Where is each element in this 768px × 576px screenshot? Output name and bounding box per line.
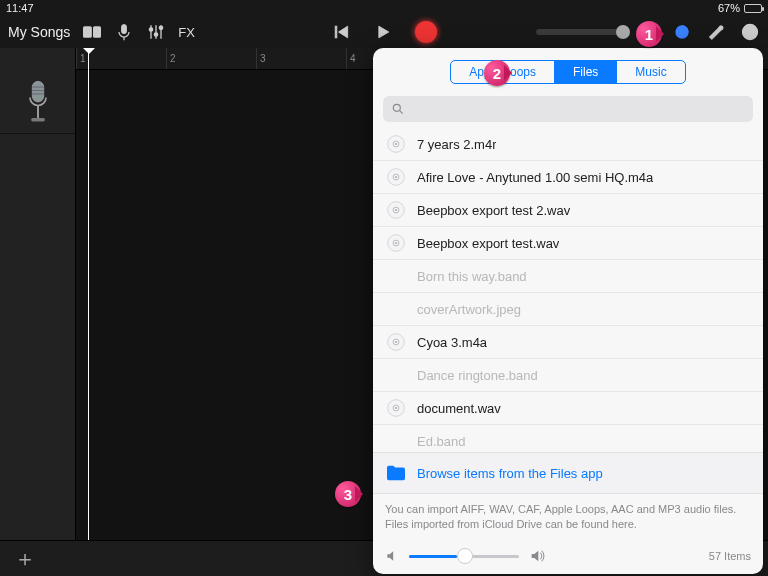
- audio-file-icon: [385, 133, 407, 155]
- svg-rect-2: [122, 25, 127, 34]
- loop-browser-icon[interactable]: [672, 22, 692, 42]
- studio-mic-icon: [24, 79, 52, 125]
- file-name: Born this way.band: [417, 269, 527, 284]
- status-bar: 11:47 67%: [0, 0, 768, 16]
- fx-button[interactable]: FX: [178, 25, 195, 40]
- track-headers: [0, 48, 76, 540]
- svg-rect-0: [84, 27, 92, 37]
- item-count: 57 Items: [709, 550, 751, 562]
- file-row: Dance ringtone.band: [373, 359, 763, 392]
- file-row[interactable]: Afire Love - Anytuned 1.00 semi HQ.m4a: [373, 161, 763, 194]
- search-icon: [391, 102, 405, 116]
- band-file-icon: [385, 430, 407, 452]
- tab-music[interactable]: Music: [617, 61, 684, 83]
- browser-view-icon[interactable]: [82, 22, 102, 42]
- tab-files[interactable]: Files: [555, 61, 617, 83]
- popover-footer: 57 Items: [373, 542, 763, 574]
- file-name: Cyoa 3.m4a: [417, 335, 487, 350]
- audio-file-icon: [385, 232, 407, 254]
- svg-rect-16: [32, 81, 44, 102]
- file-name: document.wav: [417, 401, 501, 416]
- file-name: coverArtwork.jpeg: [417, 302, 521, 317]
- annotation-2: 2: [484, 60, 510, 86]
- clock: 11:47: [6, 2, 34, 14]
- file-name: Dance ringtone.band: [417, 368, 538, 383]
- svg-point-38: [395, 341, 397, 343]
- search-input[interactable]: [383, 96, 753, 122]
- svg-point-29: [395, 176, 397, 178]
- band-file-icon: [385, 265, 407, 287]
- annotation-1: 1: [636, 21, 662, 47]
- file-name: Beepbox export test 2.wav: [417, 203, 570, 218]
- file-row: Ed.band: [373, 425, 763, 452]
- battery-text: 67%: [718, 2, 740, 14]
- file-row[interactable]: 7 years 2.m4r: [373, 128, 763, 161]
- svg-line-23: [399, 110, 402, 113]
- file-name: Afire Love - Anytuned 1.00 semi HQ.m4a: [417, 170, 653, 185]
- file-name: Ed.band: [417, 434, 465, 449]
- file-name: Beepbox export test.wav: [417, 236, 559, 251]
- file-row: coverArtwork.jpeg: [373, 293, 763, 326]
- preview-volume-slider[interactable]: [409, 555, 519, 558]
- annotation-3: 3: [335, 481, 361, 507]
- svg-point-9: [160, 26, 163, 29]
- ruler-mark: 2: [166, 48, 256, 69]
- settings-icon[interactable]: [706, 22, 726, 42]
- svg-rect-1: [94, 27, 101, 37]
- mixer-icon[interactable]: [146, 22, 166, 42]
- svg-point-7: [150, 28, 153, 31]
- audio-file-icon: [385, 397, 407, 419]
- master-volume-slider[interactable]: [536, 29, 624, 35]
- svg-point-35: [395, 242, 397, 244]
- file-list[interactable]: 7 years 2.m4rAfire Love - Anytuned 1.00 …: [373, 128, 763, 452]
- file-name: 7 years 2.m4r: [417, 137, 496, 152]
- folder-icon: [385, 464, 407, 482]
- svg-point-26: [395, 143, 397, 145]
- battery-icon: [744, 4, 762, 13]
- svg-point-15: [749, 36, 750, 37]
- audio-file-icon: [385, 166, 407, 188]
- audio-file-icon: [385, 331, 407, 353]
- file-row[interactable]: Beepbox export test.wav: [373, 227, 763, 260]
- file-row[interactable]: Beepbox export test 2.wav: [373, 194, 763, 227]
- svg-point-8: [155, 33, 158, 36]
- record-button[interactable]: [415, 21, 437, 43]
- svg-point-41: [395, 407, 397, 409]
- playhead[interactable]: [88, 48, 89, 540]
- go-to-start-icon[interactable]: [331, 22, 351, 42]
- loop-browser-popover: Apple Loops Files Music 7 years 2.m4rAfi…: [373, 48, 763, 574]
- svg-point-32: [395, 209, 397, 211]
- file-row: Born this way.band: [373, 260, 763, 293]
- back-button[interactable]: My Songs: [8, 24, 70, 40]
- browse-files-label: Browse items from the Files app: [417, 466, 603, 481]
- help-icon[interactable]: [740, 22, 760, 42]
- browse-files-app-row[interactable]: Browse items from the Files app: [373, 452, 763, 494]
- track-header-audio[interactable]: [0, 70, 75, 134]
- svg-rect-21: [31, 118, 45, 121]
- ruler-mark: 3: [256, 48, 346, 69]
- svg-point-22: [393, 104, 400, 111]
- volume-low-icon: [385, 549, 399, 563]
- file-row[interactable]: Cyoa 3.m4a: [373, 326, 763, 359]
- play-icon[interactable]: [373, 22, 393, 42]
- microphone-icon[interactable]: [114, 22, 134, 42]
- band-file-icon: [385, 364, 407, 386]
- svg-rect-10: [335, 26, 337, 38]
- file-row[interactable]: document.wav: [373, 392, 763, 425]
- audio-file-icon: [385, 199, 407, 221]
- add-track-button[interactable]: ＋: [14, 544, 36, 574]
- import-help-text: You can import AIFF, WAV, CAF, Apple Loo…: [373, 494, 763, 542]
- image-file-icon: [385, 298, 407, 320]
- svg-point-13: [719, 26, 723, 30]
- volume-high-icon: [529, 548, 545, 564]
